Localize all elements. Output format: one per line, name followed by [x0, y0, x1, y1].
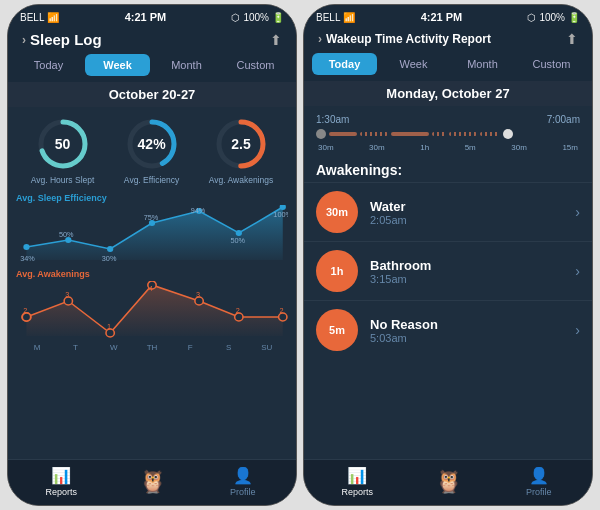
wifi-icon: 📶: [47, 12, 59, 23]
profile-icon-right: 👤: [529, 466, 549, 485]
nav-owl-left[interactable]: 🦉: [107, 469, 198, 495]
back-arrow-right[interactable]: ›: [318, 32, 322, 46]
svg-text:3: 3: [65, 291, 69, 299]
stat-awakenings-value: 2.5: [231, 136, 250, 152]
profile-icon-left: 👤: [233, 466, 253, 485]
back-arrow-left[interactable]: ›: [22, 33, 26, 47]
status-left-right: BELL 📶: [316, 12, 355, 23]
segment-1: [329, 132, 357, 136]
svg-text:50%: 50%: [230, 237, 245, 245]
upload-icon-right[interactable]: ⬆: [566, 31, 578, 47]
tab-today-right[interactable]: Today: [312, 53, 377, 75]
title-text-right: Wakeup Time Activity Report: [326, 32, 491, 46]
timeline-section: 1:30am 7:00am 30m 30m 1h 5: [304, 106, 592, 156]
nav-profile-left[interactable]: 👤 Profile: [197, 466, 288, 497]
stat-hours-label: Avg. Hours Slept: [31, 175, 95, 185]
carrier-right: BELL: [316, 12, 340, 23]
status-right-left: ⬡ 100% 🔋: [231, 12, 284, 23]
awakening-badge-2: 5m: [316, 309, 358, 351]
awakening-item-0[interactable]: 30m Water 2:05am ›: [304, 182, 592, 241]
reports-icon-left: 📊: [51, 466, 71, 485]
efficiency-chart-title: Avg. Sleep Efficiency: [16, 193, 288, 203]
tl-15m: 15m: [562, 143, 578, 152]
svg-text:2: 2: [23, 307, 27, 315]
status-right-right: ⬡ 100% 🔋: [527, 12, 580, 23]
nav-reports-left[interactable]: 📊 Reports: [16, 466, 107, 497]
day-M: M: [18, 343, 56, 352]
battery-icon-right: 🔋: [568, 12, 580, 23]
battery-right: 100%: [539, 12, 565, 23]
nav-owl-right[interactable]: 🦉: [403, 469, 494, 495]
awakenings-chart-title: Avg. Awakenings: [16, 269, 288, 279]
chevron-icon-1: ›: [575, 263, 580, 279]
title-text-left: Sleep Log: [30, 31, 102, 48]
svg-text:3: 3: [196, 291, 200, 299]
efficiency-chart-section: Avg. Sleep Efficiency: [8, 189, 296, 265]
nav-profile-right[interactable]: 👤 Profile: [493, 466, 584, 497]
timeline-bar: [316, 129, 580, 139]
svg-point-7: [23, 244, 29, 250]
awakening-reason-1: Bathroom: [370, 258, 575, 273]
awakenings-header: Awakenings:: [304, 156, 592, 182]
date-strip-left: October 20-27: [8, 82, 296, 107]
tab-week-left[interactable]: Week: [85, 54, 150, 76]
awakening-item-1[interactable]: 1h Bathroom 3:15am ›: [304, 241, 592, 300]
status-bar-right: BELL 📶 4:21 PM ⬡ 100% 🔋: [304, 5, 592, 27]
segment-5: [449, 132, 477, 136]
timeline-dot-end: [503, 129, 513, 139]
chevron-icon-0: ›: [575, 204, 580, 220]
timeline-start: 1:30am: [316, 114, 349, 125]
app-title-right: › Wakeup Time Activity Report: [318, 32, 491, 46]
nav-reports-label-left: Reports: [46, 487, 78, 497]
stat-efficiency-label: Avg. Efficiency: [124, 175, 179, 185]
segment-6: [480, 132, 500, 136]
svg-text:4: 4: [149, 285, 153, 293]
tabs-left: Today Week Month Custom: [8, 54, 296, 82]
timeline-labels: 30m 30m 1h 5m 30m 15m: [316, 143, 580, 152]
bluetooth-icon: ⬡: [231, 12, 240, 23]
time-left: 4:21 PM: [125, 11, 167, 23]
segment-4: [432, 132, 446, 136]
svg-text:50%: 50%: [59, 231, 74, 239]
battery-icon-left: 🔋: [272, 12, 284, 23]
app-header-right: › Wakeup Time Activity Report ⬆: [304, 27, 592, 53]
owl-icon-right: 🦉: [435, 469, 462, 495]
tab-month-left[interactable]: Month: [154, 54, 219, 76]
bottom-nav-left: 📊 Reports 🦉 👤 Profile: [8, 459, 296, 505]
timeline-times: 1:30am 7:00am: [316, 114, 580, 125]
svg-text:2: 2: [280, 307, 284, 315]
date-strip-right: Monday, October 27: [304, 81, 592, 106]
tab-custom-right[interactable]: Custom: [519, 53, 584, 75]
svg-text:94%: 94%: [191, 207, 206, 215]
nav-profile-label-left: Profile: [230, 487, 256, 497]
day-S: S: [209, 343, 247, 352]
svg-text:2: 2: [236, 307, 240, 315]
awakening-item-2[interactable]: 5m No Reason 5:03am ›: [304, 300, 592, 359]
awakening-reason-0: Water: [370, 199, 575, 214]
awakenings-chart-area: 2 3 1 4 3 2 2: [16, 281, 288, 339]
nav-reports-right[interactable]: 📊 Reports: [312, 466, 403, 497]
svg-text:75%: 75%: [144, 214, 159, 222]
tabs-right: Today Week Month Custom: [304, 53, 592, 81]
circle-hours: 50: [36, 117, 90, 171]
tab-month-right[interactable]: Month: [450, 53, 515, 75]
awakening-badge-1: 1h: [316, 250, 358, 292]
tab-custom-left[interactable]: Custom: [223, 54, 288, 76]
svg-text:1: 1: [107, 323, 111, 331]
stat-efficiency-value: 42%: [138, 136, 166, 152]
timeline-dot-start: [316, 129, 326, 139]
tl-30m-2: 30m: [369, 143, 385, 152]
app-header-left: › Sleep Log ⬆: [8, 27, 296, 54]
carrier-left: BELL: [20, 12, 44, 23]
svg-point-9: [107, 246, 113, 252]
tl-5m: 5m: [465, 143, 476, 152]
tab-week-right[interactable]: Week: [381, 53, 446, 75]
tab-today-left[interactable]: Today: [16, 54, 81, 76]
main-content-left: 50 Avg. Hours Slept 42% Avg. Efficiency: [8, 107, 296, 459]
awakening-info-2: No Reason 5:03am: [370, 317, 575, 344]
upload-icon-left[interactable]: ⬆: [270, 32, 282, 48]
bottom-nav-right: 📊 Reports 🦉 👤 Profile: [304, 459, 592, 505]
efficiency-chart-area: 34% 50% 30% 75% 94% 50% 100%: [16, 205, 288, 263]
status-left: BELL 📶: [20, 12, 59, 23]
awakening-info-0: Water 2:05am: [370, 199, 575, 226]
